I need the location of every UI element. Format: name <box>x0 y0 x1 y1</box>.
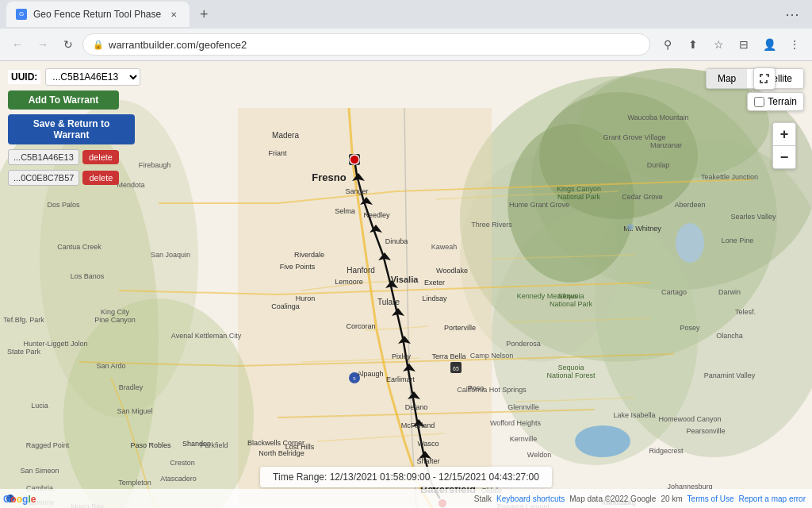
svg-text:Dunlap: Dunlap <box>647 161 670 169</box>
tab-bar: G Geo Fence Return Tool Phase ✕ + ⋯ <box>0 0 812 29</box>
svg-text:Dos Palos: Dos Palos <box>47 201 80 209</box>
svg-text:65: 65 <box>453 366 459 371</box>
zoom-out-button[interactable]: − <box>773 146 795 168</box>
nav-bar: ← → ↻ 🔒 warrantbuilder.com/geofence2 ⚲ ⬆… <box>0 29 812 60</box>
menu-icon-btn[interactable]: ⋮ <box>783 33 806 56</box>
svg-text:Lone Pine: Lone Pine <box>722 237 754 244</box>
tab-close-button[interactable]: ✕ <box>167 8 180 21</box>
svg-text:National Forest: National Forest <box>546 371 596 379</box>
svg-text:Homewood Canyon: Homewood Canyon <box>658 415 721 423</box>
device-row-1: ...C5B1A46E13 delete <box>8 149 140 165</box>
svg-point-32 <box>350 155 359 164</box>
terrain-label: Terrain <box>768 96 797 107</box>
fullscreen-button[interactable] <box>753 67 776 90</box>
tab-grid-icon-btn[interactable]: ⊟ <box>733 33 755 56</box>
svg-text:Darwin: Darwin <box>718 288 741 296</box>
svg-text:Telesf.: Telesf. <box>735 308 756 316</box>
profile-icon-btn[interactable]: 👤 <box>758 33 780 56</box>
svg-text:Lindsay: Lindsay <box>422 294 447 302</box>
map-bottom: Google Stalk Keyboard shortcuts Map data… <box>0 489 812 508</box>
svg-text:Weldon: Weldon <box>527 451 551 459</box>
svg-text:Templeton: Templeton <box>118 479 151 487</box>
bookmark-icon-btn[interactable]: ☆ <box>707 33 730 56</box>
svg-text:Corcoran: Corcoran <box>346 322 375 330</box>
svg-text:Waucoba Mountain: Waucoba Mountain <box>627 114 688 121</box>
active-tab[interactable]: G Geo Fence Return Tool Phase ✕ <box>6 2 190 27</box>
svg-text:Riverdale: Riverdale <box>294 251 324 259</box>
time-range-text: Time Range: 12/13/2021 01:58:09:00 - 12/… <box>273 471 539 483</box>
stalk-label: Stalk <box>474 495 492 503</box>
svg-text:Grant Grove Village: Grant Grove Village <box>603 133 666 141</box>
svg-text:Cartago: Cartago <box>661 288 687 296</box>
zoom-controls: + − <box>772 122 796 169</box>
svg-text:Visalia: Visalia <box>391 275 419 284</box>
svg-text:McFarland: McFarland <box>401 421 435 429</box>
scale-label: 20 km <box>661 495 682 503</box>
svg-text:Delano: Delano <box>405 403 428 411</box>
svg-text:Sanger: Sanger <box>345 187 368 195</box>
svg-text:Terra Bella: Terra Bella <box>431 352 465 360</box>
svg-text:Sequoia: Sequoia <box>557 364 584 371</box>
search-icon-btn[interactable]: ⚲ <box>657 33 679 56</box>
svg-text:Firebaugh: Firebaugh <box>139 161 171 169</box>
restore-button[interactable]: ⋯ <box>779 2 806 26</box>
svg-text:Tef.Bfg. Park: Tef.Bfg. Park <box>3 316 44 324</box>
svg-text:Bradley: Bradley <box>119 383 144 391</box>
svg-text:Hunter-Liggett Jolon: Hunter-Liggett Jolon <box>23 340 87 348</box>
svg-text:Ragged Point: Ragged Point <box>26 441 70 449</box>
svg-text:Alpaugh: Alpaugh <box>357 370 383 378</box>
svg-text:Lost Hills: Lost Hills <box>285 443 315 451</box>
svg-text:Wasco: Wasco <box>417 440 439 448</box>
device-badge-1: ...C5B1A46E13 <box>8 149 79 165</box>
svg-text:Teakettle Junction: Teakettle Junction <box>701 173 758 181</box>
reload-button[interactable]: ↻ <box>57 33 79 56</box>
url-text: warrantbuilder.com/geofence2 <box>109 39 247 51</box>
forward-button[interactable]: → <box>32 33 54 56</box>
svg-text:Porterville: Porterville <box>444 324 476 332</box>
svg-text:Camp Nelson: Camp Nelson <box>470 352 514 360</box>
svg-text:Parkfield: Parkfield <box>200 441 228 449</box>
svg-text:Five Points: Five Points <box>280 263 316 271</box>
svg-text:Los Banos: Los Banos <box>71 272 105 280</box>
add-to-warrant-button[interactable]: Add To Warrant <box>8 90 119 110</box>
zoom-in-button[interactable]: + <box>773 123 795 145</box>
keyboard-shortcuts[interactable]: Keyboard shortcuts <box>496 495 565 503</box>
terms-link[interactable]: Terms of Use <box>688 495 734 503</box>
terrain-toggle[interactable]: Terrain <box>747 92 804 111</box>
svg-text:Selma: Selma <box>335 207 355 215</box>
svg-point-137 <box>627 224 634 230</box>
svg-text:Lemoore: Lemoore <box>335 278 363 286</box>
svg-text:Panamint Valley: Panamint Valley <box>704 371 756 379</box>
tab-title: Geo Fence Return Tool Phase <box>33 9 161 20</box>
svg-text:Kernville: Kernville <box>510 435 538 443</box>
map-container[interactable]: 99 65 5 Fresno Baker <box>0 60 812 508</box>
uuid-select[interactable]: ...C5B1A46E13 <box>45 68 140 86</box>
svg-text:Pearsonville: Pearsonville <box>686 427 725 435</box>
map-bottom-right: Stalk Keyboard shortcuts Map data ©2022 … <box>474 495 806 503</box>
address-bar[interactable]: 🔒 warrantbuilder.com/geofence2 <box>82 33 650 56</box>
map-button[interactable]: Map <box>707 69 747 88</box>
save-return-button[interactable]: Save & Return to Warrant <box>8 114 135 144</box>
google-logo: Google <box>3 494 36 505</box>
delete-button-1[interactable]: delete <box>82 150 119 164</box>
svg-text:Searles Valley: Searles Valley <box>731 213 776 221</box>
share-icon-btn[interactable]: ⬆ <box>682 33 704 56</box>
svg-text:Fresno: Fresno <box>312 171 346 183</box>
back-button[interactable]: ← <box>6 33 29 56</box>
attribution: Map data ©2022 Google <box>569 495 656 503</box>
svg-text:Lake Isabella: Lake Isabella <box>613 411 655 419</box>
report-link[interactable]: Report a map error <box>739 495 806 503</box>
svg-text:Manzanar: Manzanar <box>650 141 682 149</box>
svg-text:Wofford Heights: Wofford Heights <box>490 419 542 427</box>
svg-text:Ponderosa: Ponderosa <box>506 340 541 348</box>
svg-text:Kennedy Meadows: Kennedy Meadows <box>517 292 578 300</box>
time-range-bar: Time Range: 12/13/2021 01:58:09:00 - 12/… <box>260 467 552 487</box>
delete-button-2[interactable]: delete <box>82 171 119 185</box>
svg-text:San Ardo: San Ardo <box>96 362 125 370</box>
svg-text:San Miguel: San Miguel <box>117 407 152 415</box>
new-tab-button[interactable]: + <box>193 3 215 25</box>
svg-text:Avenal Kettleman City: Avenal Kettleman City <box>171 332 242 340</box>
browser-chrome: G Geo Fence Return Tool Phase ✕ + ⋯ ← → … <box>0 0 812 61</box>
terrain-checkbox[interactable] <box>754 97 764 107</box>
uuid-row: UUID: ...C5B1A46E13 <box>8 68 140 86</box>
